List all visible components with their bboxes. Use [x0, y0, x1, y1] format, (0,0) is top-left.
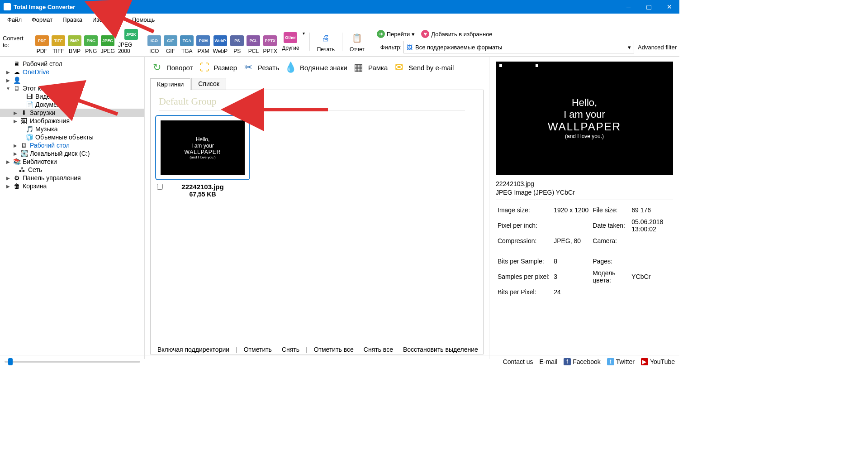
- youtube-link[interactable]: ▶YouTube: [641, 358, 675, 365]
- format-gif-button[interactable]: GIFGIF: [162, 29, 179, 54]
- center-panel: ↻Поворот⛶Размер✂Резать💧Водяные знаки▦Рам…: [145, 57, 489, 359]
- menu-правка[interactable]: Правка: [58, 15, 87, 24]
- tree-item[interactable]: ▶📚Библиотеки: [0, 158, 144, 166]
- filter-select[interactable]: 🖼 Все поддерживаемые форматы ▾: [403, 41, 634, 53]
- tree-item[interactable]: ▶🖥Рабочий стол: [0, 141, 144, 149]
- titlebar: Total Image Converter ─ ▢ ✕: [0, 0, 679, 14]
- format-tga-button[interactable]: TGATGA: [179, 29, 195, 54]
- statusbar: Contact us E-mail fFacebook tTwitter ▶Yo…: [0, 355, 679, 368]
- menu-помощь[interactable]: Помощь: [128, 15, 159, 24]
- detail-type: JPEG Image (JPEG) YCbCr: [496, 189, 673, 196]
- format-webp-button[interactable]: WebPWebP: [212, 29, 229, 54]
- tree-item[interactable]: 🧊Объемные объекты: [0, 133, 144, 141]
- tab-list[interactable]: Список: [191, 78, 226, 90]
- tree-item[interactable]: 🖧Сеть: [0, 166, 144, 174]
- op-резать-button[interactable]: ✂Резать: [242, 61, 279, 74]
- op-send-by-e-mail-button[interactable]: ✉Send by e-mail: [392, 61, 454, 74]
- selection-actions: Включая поддиректории| Отметить Снять| О…: [152, 344, 487, 355]
- check-button[interactable]: Отметить: [240, 346, 275, 353]
- include-subdirs-toggle[interactable]: Включая поддиректории: [154, 346, 233, 353]
- format-png-button[interactable]: PNGPNG: [83, 29, 99, 54]
- add-favorite-button[interactable]: ♥Добавить в избранное: [421, 30, 492, 38]
- thumbnail-area[interactable]: Default Group Hello, I am your WALLPAPER…: [150, 90, 484, 354]
- format-pxm-button[interactable]: PXMPXM: [195, 29, 211, 54]
- zoom-slider[interactable]: [5, 361, 140, 363]
- folder-tree[interactable]: 🖥Рабочий стол▶☁OneDrive▶👤▼🖥Этот компьюте…: [0, 57, 145, 359]
- print-button[interactable]: 🖨 Печать: [314, 31, 337, 53]
- thumbnail-checkbox[interactable]: [157, 184, 163, 190]
- menu-избранное[interactable]: Избранное: [88, 15, 127, 24]
- restore-selection-button[interactable]: Восстановить выделение: [399, 346, 482, 353]
- op-рамка-button[interactable]: ▦Рамка: [352, 61, 388, 74]
- twitter-link[interactable]: tTwitter: [607, 358, 635, 365]
- op-поворот-button[interactable]: ↻Поворот: [150, 61, 193, 74]
- preview-image: Hello, I am your WALLPAPER (and I love y…: [496, 62, 673, 175]
- close-button[interactable]: ✕: [659, 0, 679, 14]
- tree-item[interactable]: ▶☁OneDrive: [0, 68, 144, 76]
- thumbnail-filename: 22242103.jpg: [181, 183, 223, 191]
- toolbar: Convert to: PDFPDFTIFFTIFFBMPBMPPNGPNGJP…: [0, 26, 679, 57]
- check-all-button[interactable]: Отметить все: [310, 346, 357, 353]
- go-button[interactable]: ➜Перейти ▾: [377, 30, 415, 38]
- tree-item[interactable]: ▶⚙Панель управления: [0, 174, 144, 182]
- minimize-button[interactable]: ─: [618, 0, 639, 14]
- op-водяные-знаки-button[interactable]: 💧Водяные знаки: [284, 61, 347, 74]
- facebook-link[interactable]: fFacebook: [564, 358, 600, 365]
- thumbnail-item[interactable]: Hello, I am your WALLPAPER (and I love y…: [155, 115, 250, 198]
- tree-item[interactable]: 🎵Музыка: [0, 125, 144, 133]
- format-pdf-button[interactable]: PDFPDF: [34, 29, 50, 54]
- tree-item[interactable]: ▼🖥Этот компьютер: [0, 84, 144, 92]
- group-title: Default Group: [155, 95, 479, 108]
- menu-формат[interactable]: Формат: [27, 15, 57, 24]
- tree-item[interactable]: ▶👤: [0, 76, 144, 84]
- format-pptx-button[interactable]: PPTXPPTX: [262, 29, 279, 54]
- menubar: ФайлФорматПравкаИзбранноеПомощь: [0, 14, 679, 26]
- format-tiff-button[interactable]: TIFFTIFF: [50, 29, 66, 54]
- thumbnail-filesize: 67,55 KB: [155, 191, 250, 198]
- format-jpeg-button[interactable]: JPEGJPEG: [99, 29, 116, 54]
- format-ps-button[interactable]: PSPS: [229, 29, 245, 54]
- tree-item[interactable]: 📄Документы: [0, 100, 144, 109]
- tree-item[interactable]: ▶🖼Изображения: [0, 117, 144, 125]
- filter-label: Фильтр:: [380, 44, 402, 51]
- format-other-button[interactable]: Other Другие: [280, 32, 301, 51]
- uncheck-button[interactable]: Снять: [278, 346, 303, 353]
- format-ico-button[interactable]: ICOICO: [146, 29, 162, 54]
- app-title: Total Image Converter: [14, 4, 75, 10]
- convert-to-label: Convert to:: [3, 35, 30, 48]
- email-link[interactable]: E-mail: [540, 358, 558, 365]
- format-bmp-button[interactable]: BMPBMP: [66, 29, 83, 54]
- thumbnail-image: Hello, I am your WALLPAPER (and I love y…: [161, 120, 245, 175]
- contact-us-link[interactable]: Contact us: [503, 358, 533, 365]
- tree-item[interactable]: ▶⬇Загрузки: [0, 109, 144, 117]
- tree-item[interactable]: ▶🗑Корзина: [0, 182, 144, 190]
- format-pcl-button[interactable]: PCLPCL: [245, 29, 261, 54]
- advanced-filter-link[interactable]: Advanced filter: [638, 44, 677, 51]
- op-размер-button[interactable]: ⛶Размер: [198, 61, 237, 74]
- report-button[interactable]: 📋 Отчет: [347, 31, 367, 53]
- format-jpeg2000-button[interactable]: JP2KJPEG 2000: [116, 29, 146, 54]
- menu-файл[interactable]: Файл: [3, 15, 26, 24]
- app-icon: [4, 3, 11, 10]
- maximize-button[interactable]: ▢: [639, 0, 659, 14]
- uncheck-all-button[interactable]: Снять все: [360, 346, 397, 353]
- tab-pictures[interactable]: Картинки: [150, 78, 190, 90]
- tree-item[interactable]: 🖥Рабочий стол: [0, 60, 144, 68]
- format-other-label: Другие: [282, 45, 299, 51]
- tree-item[interactable]: ▶💽Локальный диск (C:): [0, 149, 144, 158]
- detail-panel: Hello, I am your WALLPAPER (and I love y…: [489, 57, 679, 359]
- tree-item[interactable]: 🎞Видео: [0, 92, 144, 100]
- detail-filename: 22242103.jpg: [496, 180, 673, 187]
